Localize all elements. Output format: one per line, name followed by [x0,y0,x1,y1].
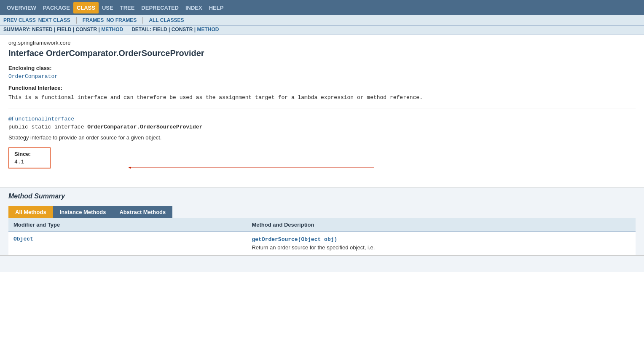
method-summary-section: Method Summary All Methods Instance Meth… [0,187,644,255]
tab-all-methods[interactable]: All Methods [8,206,53,218]
method-short-desc: Return an order source for the specified… [252,244,631,251]
functional-label: Functional Interface: [8,85,636,91]
top-navigation: OVERVIEW PACKAGE CLASS USE TREE DEPRECAT… [0,0,644,15]
tab-instance-methods[interactable]: Instance Methods [53,206,113,218]
detail-constr: CONSTR [172,27,193,32]
method-signature-bold: getOrderSource(Object obj) [252,236,337,243]
functional-desc: This is a functional interface and can t… [8,94,636,102]
summary-label: SUMMARY: [3,27,31,32]
detail-bar: SUMMARY: NESTED | FIELD | CONSTR | METHO… [0,26,644,35]
method-summary-title: Method Summary [8,193,636,200]
table-row: Object getOrderSource(Object obj) Return… [8,231,636,255]
since-box: Since: 4.1 [8,147,51,168]
nav-divider [76,17,77,24]
nav-tree[interactable]: TREE [117,2,138,13]
tab-abstract-methods[interactable]: Abstract Methods [113,206,172,218]
row-modifier-type: Object [8,231,247,255]
nav-use[interactable]: USE [99,2,117,13]
annotation: @FunctionalInterface [8,116,636,122]
divider-line [8,109,636,109]
summary-field: FIELD [57,27,72,32]
method-tabs: All Methods Instance Methods Abstract Me… [8,206,636,218]
method-link[interactable]: getOrderSource(Object obj) [252,236,337,243]
main-content: org.springframework.core Interface Order… [0,35,644,187]
all-classes-link[interactable]: ALL CLASSES [149,17,184,23]
since-value: 4.1 [14,159,45,165]
summary-nested: NESTED [32,27,53,32]
nav-class[interactable]: CLASS [73,2,99,13]
nav-deprecated[interactable]: DEPRECATED [138,2,182,13]
no-frames-link[interactable]: NO FRAMES [106,17,137,23]
annotation-arrow [59,160,472,185]
class-signature-bold: OrderComparator.OrderSourceProvider [87,124,202,130]
row-method-desc: getOrderSource(Object obj) Return an ord… [247,231,636,255]
nav-package[interactable]: PACKAGE [40,2,73,13]
nav-divider2 [142,17,143,24]
bottom-section [0,255,644,272]
summary-constr: CONSTR [75,27,97,32]
enclosing-class-link[interactable]: OrderComparator [8,73,58,80]
detail-method-link[interactable]: METHOD [197,27,219,32]
sep1: | [54,27,57,32]
interface-title: Interface OrderComparator.OrderSourcePro… [8,48,636,58]
col-modifier-type: Modifier and Type [8,218,247,232]
class-signature: public static interface OrderComparator.… [8,124,636,130]
enclosing-class-label: Enclosing class: [8,65,636,71]
detail-label: DETAIL: [131,27,151,32]
nav-overview[interactable]: OVERVIEW [3,2,40,13]
nav-help[interactable]: HELP [206,2,227,13]
sub-navigation: PREV CLASS NEXT CLASS FRAMES NO FRAMES A… [0,15,644,26]
next-class-link[interactable]: NEXT CLASS [38,17,70,23]
col-method-desc: Method and Description [247,218,636,232]
frames-link[interactable]: FRAMES [83,17,104,23]
sep4: | [169,27,172,32]
since-label: Since: [14,151,45,157]
strategy-desc: Strategy interface to provide an order s… [8,134,636,141]
package-name: org.springframework.core [8,40,636,46]
nav-index[interactable]: INDEX [182,2,206,13]
summary-method-link[interactable]: METHOD [101,27,123,32]
detail-field: FIELD [153,27,167,32]
method-table: Modifier and Type Method and Description… [8,218,636,255]
prev-class-link[interactable]: PREV CLASS [3,17,36,23]
